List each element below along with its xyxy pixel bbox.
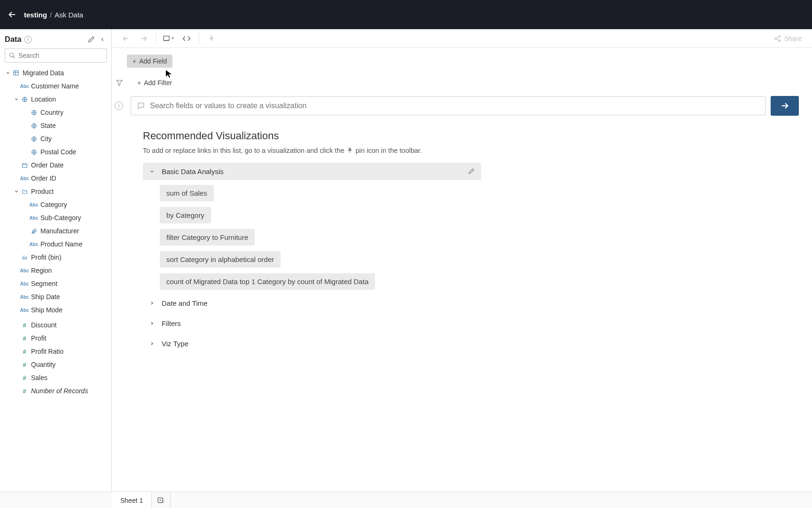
field-type-icon [20,253,29,262]
recommendation-group-header[interactable]: Basic Data Analysis [143,163,481,180]
field-type-icon [29,108,39,117]
search-input[interactable] [18,52,102,59]
field-type-icon: # [20,347,29,356]
field-row[interactable]: City [0,132,111,145]
field-type-icon: Abc [20,81,29,91]
field-type-icon: Abc [29,213,39,222]
new-viz-dropdown[interactable]: ▼ [161,32,176,45]
sheet-tab[interactable]: Sheet 1 [112,492,152,508]
toolbar-separator [156,33,156,44]
top-bar: testing / Ask Data [0,0,812,29]
pin-icon [346,147,354,154]
field-row[interactable]: AbcCategory [0,198,111,211]
field-type-icon [29,134,39,143]
field-row[interactable]: AbcCustomer Name [0,79,111,93]
add-field-button[interactable]: + Add Field [127,55,172,68]
field-type-icon: # [20,320,29,330]
field-type-icon: Abc [20,266,29,275]
code-button[interactable] [179,32,194,45]
recommendation-group-header[interactable]: Filters [143,315,481,332]
edit-data-icon[interactable] [87,35,95,44]
field-row[interactable]: Product [0,185,111,198]
field-row[interactable]: #Profit Ratio [0,345,111,358]
undo-button[interactable] [118,32,133,45]
field-row[interactable]: AbcSub-Category [0,211,111,224]
query-input[interactable] [150,102,760,110]
sidebar-title: Data [5,35,22,44]
field-label: City [40,135,52,143]
suggestion-pill[interactable]: sum of Sales [160,185,214,201]
breadcrumb-project[interactable]: testing [24,11,47,19]
field-label: Quantity [31,361,55,368]
group-title: Basic Data Analysis [162,167,461,175]
field-row[interactable]: Profit (bin) [0,251,111,264]
breadcrumb-separator: / [50,11,52,19]
submit-query-button[interactable] [771,96,799,116]
field-row[interactable]: Manufacturer [0,224,111,238]
field-row[interactable]: Postal Code [0,145,111,159]
field-row[interactable]: #Quantity [0,358,111,371]
field-label: Region [31,267,52,274]
field-type-icon: # [20,373,29,382]
field-row[interactable]: #Profit [0,332,111,345]
collapse-sidebar-icon[interactable] [98,35,107,44]
suggestion-pill[interactable]: count of Migrated Data top 1 Category by… [160,273,375,290]
field-row[interactable]: AbcProduct Name [0,238,111,251]
field-row[interactable]: AbcSegment [0,277,111,290]
svg-point-0 [10,53,14,57]
field-row[interactable]: #Discount [0,318,111,332]
field-row[interactable]: AbcOrder ID [0,172,111,185]
field-label: Manufacturer [40,227,79,235]
field-type-icon: Abc [29,200,39,209]
suggestion-pill[interactable]: sort Category in alphabetical order [160,251,281,268]
sheet-tabs: Sheet 1 [0,492,812,508]
svg-rect-7 [22,163,27,167]
field-row[interactable]: Order Date [0,159,111,172]
group-title: Date and Time [162,299,476,307]
field-row[interactable]: State [0,119,111,132]
field-label: Profit Ratio [31,348,63,355]
field-type-icon: # [20,360,29,369]
edit-group-icon[interactable] [468,168,476,175]
add-sheet-button[interactable] [152,492,171,508]
suggestion-pill[interactable]: by Category [160,207,211,223]
field-row[interactable]: Location [0,93,111,106]
field-search[interactable] [5,48,107,63]
datasource-row[interactable]: Migrated Data [0,66,111,79]
query-info-icon[interactable]: i [115,102,123,110]
field-type-icon [20,95,29,104]
field-type-icon: Abc [20,292,29,302]
suggestion-pill[interactable]: filter Category to Furniture [160,229,255,246]
pin-button[interactable] [204,32,219,45]
group-title: Filters [162,319,476,327]
field-type-icon [29,226,39,236]
add-filter-button[interactable]: + Add Filter [132,76,178,89]
query-box[interactable] [131,96,766,115]
caret-right-icon [148,320,155,327]
field-row[interactable]: #Sales [0,371,111,384]
back-button[interactable] [7,9,17,20]
info-icon[interactable]: i [24,36,32,43]
field-row[interactable]: AbcRegion [0,264,111,277]
field-row[interactable]: AbcShip Date [0,290,111,303]
filter-icon [115,78,124,87]
field-row[interactable]: Country [0,106,111,119]
recommendation-group-header[interactable]: Viz Type [143,335,481,352]
field-type-icon [20,160,29,170]
recommendations-title: Recommended Visualizations [143,130,799,142]
add-filter-label: Add Filter [144,79,172,87]
field-row[interactable]: AbcShip Mode [0,303,111,317]
datasource-label: Migrated Data [23,69,64,77]
field-row[interactable]: #Number of Records [0,384,111,397]
field-type-icon: Abc [20,174,29,183]
caret-down-icon [5,70,11,76]
field-label: Product [31,188,54,195]
svg-rect-8 [164,36,169,40]
field-label: Order Date [31,161,63,169]
redo-button[interactable] [136,32,151,45]
field-type-icon: Abc [20,305,29,315]
share-button[interactable]: Share [770,33,805,44]
field-label: Customer Name [31,82,79,90]
field-label: Order ID [31,175,56,182]
recommendation-group-header[interactable]: Date and Time [143,294,481,312]
